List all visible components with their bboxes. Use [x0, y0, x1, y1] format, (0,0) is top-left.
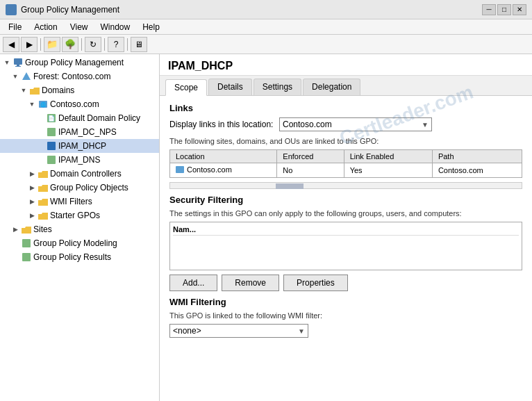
sidebar-root-label: Group Policy Management: [25, 58, 124, 67]
gpo-folder-icon: [38, 182, 49, 193]
toolbar: ◀ ▶ 📁 🌳 ↻ ? 🖥: [0, 35, 532, 54]
domains-folder-icon: [29, 85, 40, 96]
sidebar-item-ipam-dns[interactable]: IPAM_DNS: [0, 153, 159, 167]
sidebar-results-label: Group Policy Results: [33, 252, 111, 262]
col-link-enabled: Link Enabled: [344, 150, 432, 163]
sidebar-dc-label: Domain Controllers: [50, 169, 122, 179]
menu-help[interactable]: Help: [137, 21, 165, 33]
gpo-ipam-dns-icon: [46, 154, 57, 165]
wmi-dropdown[interactable]: <none> ▼: [169, 324, 308, 338]
sidebar-sites-label: Sites: [33, 224, 52, 234]
svg-rect-13: [176, 166, 184, 173]
tab-settings[interactable]: Settings: [253, 79, 301, 95]
tab-details[interactable]: Details: [208, 79, 252, 95]
window-controls[interactable]: ─ □ ✕: [482, 4, 526, 15]
security-description: The settings in this GPO can only apply …: [169, 209, 522, 218]
sidebar-item-wmi[interactable]: ▶ WMI Filters: [0, 195, 159, 208]
sidebar: ▼ Group Policy Management ▼ Forest: Cont…: [0, 54, 160, 401]
properties-button[interactable]: Properties: [283, 275, 348, 291]
help-button[interactable]: ?: [108, 37, 124, 52]
wmi-title: WMI Filtering: [169, 297, 522, 307]
svg-rect-8: [47, 128, 56, 136]
table-row[interactable]: Contoso.com No Yes Contoso.com: [170, 163, 522, 178]
sidebar-wmi-label: WMI Filters: [50, 197, 92, 206]
svg-rect-10: [47, 156, 56, 164]
svg-rect-9: [47, 142, 56, 150]
folder-button[interactable]: 📁: [44, 37, 60, 52]
sidebar-item-gpo[interactable]: ▶ Group Policy Objects: [0, 181, 159, 195]
sidebar-item-domains[interactable]: ▼ Domains: [0, 83, 159, 97]
menu-action[interactable]: Action: [28, 21, 63, 33]
dc-folder-icon: [38, 168, 49, 179]
svg-rect-2: [15, 66, 21, 67]
security-title: Security Filtering: [169, 195, 522, 205]
links-title: Links: [169, 103, 522, 113]
toggle-wmi[interactable]: ▶: [28, 197, 36, 206]
wmi-folder-icon: [38, 196, 49, 207]
toggle-placeholder: [36, 114, 44, 122]
menu-window[interactable]: Window: [95, 21, 136, 33]
tree-button[interactable]: 🌳: [62, 37, 78, 52]
sidebar-item-forest[interactable]: ▼ Forest: Contoso.com: [0, 69, 159, 83]
tab-scope[interactable]: Scope: [165, 79, 207, 96]
sidebar-modeling-label: Group Policy Modeling: [33, 238, 117, 248]
sidebar-ipam-dhcp-label: IPAM_DHCP: [58, 141, 106, 151]
toggle-sites[interactable]: ▶: [11, 225, 19, 234]
toggle-starter[interactable]: ▶: [28, 211, 36, 220]
info-button[interactable]: 🖥: [131, 37, 147, 52]
minimize-button[interactable]: ─: [482, 4, 496, 15]
sidebar-item-sites[interactable]: ▶ Sites: [0, 222, 159, 236]
links-table: Location Enforced Link Enabled Path: [169, 149, 522, 178]
scroll-thumb[interactable]: [276, 183, 304, 189]
remove-button[interactable]: Remove: [222, 275, 279, 291]
main-layout: ▼ Group Policy Management ▼ Forest: Cont…: [0, 54, 532, 401]
sidebar-forest-label: Forest: Contoso.com: [33, 72, 110, 81]
svg-text:📄: 📄: [48, 115, 55, 122]
sidebar-gpo-label: Group Policy Objects: [50, 183, 128, 193]
sidebar-item-starter[interactable]: ▶ Starter GPOs: [0, 208, 159, 222]
name-box: Nam...: [169, 222, 522, 270]
domain-icon: 🌐: [38, 99, 49, 110]
close-button[interactable]: ✕: [513, 4, 526, 15]
sidebar-item-ipam-dhcp[interactable]: IPAM_DHCP: [0, 139, 159, 153]
location-dropdown[interactable]: Contoso.com ▼: [279, 117, 432, 131]
sidebar-ddp-label: Default Domain Policy: [58, 113, 140, 123]
refresh-button[interactable]: ↻: [85, 37, 101, 52]
app-icon: [6, 4, 17, 15]
content-title: IPAM_DHCP: [160, 54, 532, 76]
maximize-button[interactable]: □: [497, 4, 511, 15]
forward-button[interactable]: ▶: [21, 37, 38, 52]
sidebar-item-contoso[interactable]: ▼ 🌐 Contoso.com: [0, 97, 159, 111]
sidebar-ipam-dns-label: IPAM_DNS: [58, 155, 100, 165]
menu-view[interactable]: View: [65, 21, 94, 33]
toggle-domains[interactable]: ▼: [19, 86, 28, 95]
sidebar-item-dc[interactable]: ▶ Domain Controllers: [0, 167, 159, 181]
name-box-header: Nam...: [173, 225, 519, 236]
menu-file[interactable]: File: [3, 21, 27, 33]
sidebar-item-root[interactable]: ▼ Group Policy Management: [0, 56, 159, 69]
toggle-dc[interactable]: ▶: [28, 170, 36, 178]
table-scroll-bar[interactable]: [169, 182, 522, 189]
display-links-label: Display links in this location:: [169, 120, 274, 129]
wmi-section: WMI Filtering This GPO is linked to the …: [169, 297, 522, 338]
sidebar-item-modeling[interactable]: Group Policy Modeling: [0, 236, 159, 250]
cell-path: Contoso.com: [432, 163, 522, 178]
sidebar-item-ipam-dc-nps[interactable]: IPAM_DC_NPS: [0, 125, 159, 139]
gpo-ddp-icon: 📄: [46, 113, 57, 124]
toggle-forest[interactable]: ▼: [11, 72, 19, 81]
col-location: Location: [170, 150, 277, 163]
toggle-placeholder5: [11, 239, 19, 247]
sidebar-item-ddp[interactable]: 📄 Default Domain Policy: [0, 111, 159, 125]
svg-marker-3: [22, 72, 31, 80]
sidebar-item-results[interactable]: Group Policy Results: [0, 250, 159, 264]
toggle-gpo[interactable]: ▶: [28, 183, 36, 192]
svg-rect-11: [22, 239, 31, 247]
add-button[interactable]: Add...: [169, 275, 217, 291]
toolbar-separator3: [104, 38, 105, 51]
tab-delegation[interactable]: Delegation: [303, 79, 360, 95]
sidebar-starter-label: Starter GPOs: [50, 211, 100, 220]
toggle-contoso[interactable]: ▼: [28, 100, 36, 108]
toggle-root[interactable]: ▼: [3, 58, 11, 67]
back-button[interactable]: ◀: [3, 37, 19, 52]
toggle-placeholder2: [36, 128, 44, 136]
